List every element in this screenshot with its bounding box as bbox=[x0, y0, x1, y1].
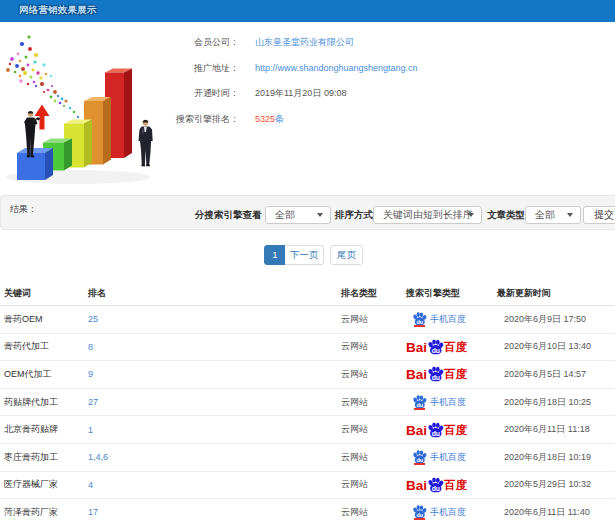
svg-text:du: du bbox=[432, 347, 440, 354]
svg-text:du: du bbox=[432, 485, 440, 492]
svg-text:du: du bbox=[432, 374, 440, 381]
svg-text:du: du bbox=[432, 430, 440, 437]
